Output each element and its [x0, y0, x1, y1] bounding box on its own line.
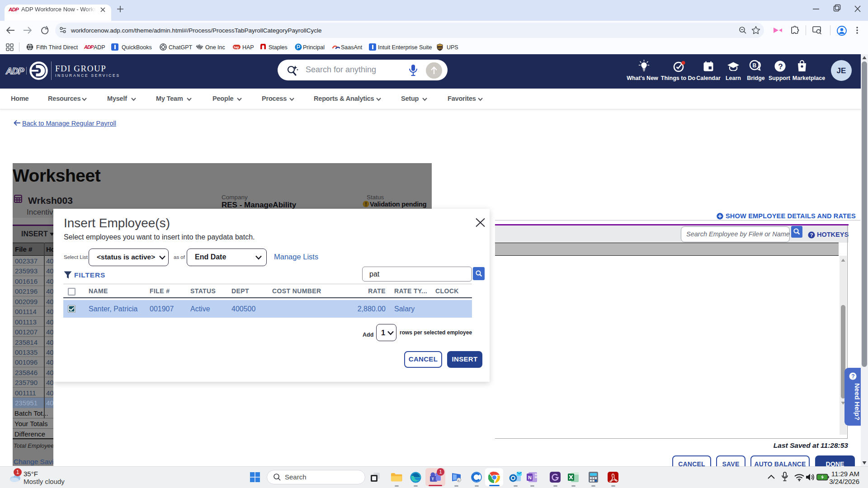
- svg-text:?: ?: [851, 373, 854, 380]
- svg-text:?: ?: [778, 62, 783, 71]
- svg-text:T: T: [432, 477, 434, 481]
- svg-text:x: x: [458, 479, 459, 482]
- svg-text:B: B: [753, 62, 757, 69]
- svg-text:?: ?: [810, 232, 813, 238]
- svg-text:ups: ups: [438, 47, 442, 49]
- svg-text:N: N: [528, 475, 532, 480]
